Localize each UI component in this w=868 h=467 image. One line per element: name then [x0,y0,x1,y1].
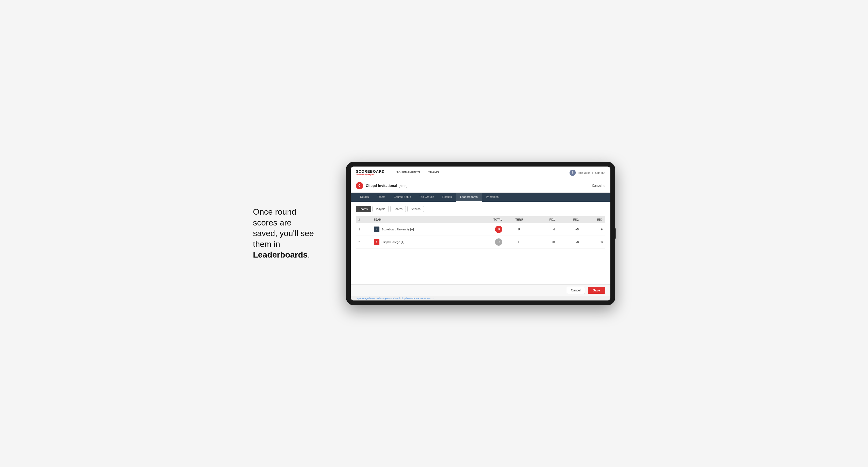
desc-punctuation: . [308,250,310,259]
nav-links: TOURNAMENTS TEAMS [392,166,569,179]
table-header-row: # TEAM TOTAL THRU RD1 RD2 RD3 [356,216,605,223]
toggle-strokes[interactable]: Strokes [407,206,424,212]
tab-printables[interactable]: Printables [482,193,503,202]
nav-right: S Test User | Sign out [569,169,605,176]
nav-teams[interactable]: TEAMS [424,166,443,179]
nav-separator: | [592,171,593,174]
tournament-icon: C [356,182,363,189]
avatar: S [569,169,576,176]
leaderboard-table: # TEAM TOTAL THRU RD1 RD2 RD3 1 [356,216,605,249]
sub-navigation: Details Teams Course Setup Tee Groups Re… [351,193,610,202]
col-rd2: RD2 [557,216,581,223]
table-row: 2 C Clippd College [A] +3 F [356,236,605,249]
team1-score-badge: -5 [495,226,502,233]
team-cell-2: C Clippd College [A] [374,239,471,245]
tab-teams[interactable]: Teams [373,193,390,202]
col-rd1: RD1 [534,216,557,223]
url-text: https://stage-blue-coach.stagesscoreboar… [356,297,434,300]
tablet-screen: SCOREBOARD Powered by clippd TOURNAMENTS… [351,166,610,301]
cancel-button[interactable]: Cancel [567,287,585,294]
footer-bar: Cancel Save [351,284,610,296]
top-navigation: SCOREBOARD Powered by clippd TOURNAMENTS… [351,166,610,179]
toggle-teams[interactable]: Teams [356,206,371,212]
row2-rd2: -8 [557,236,581,249]
tab-results[interactable]: Results [438,193,456,202]
page-wrapper: Once round scores are saved, you'll see … [253,162,615,305]
desc-line2: scores are [253,218,291,227]
row2-thru: F [505,236,534,249]
tournament-header: C Clippd Invitational (Men) Cancel ✕ [351,179,610,193]
team2-name: Clippd College [A] [381,241,404,244]
tournament-cancel-button[interactable]: Cancel ✕ [592,184,605,187]
row2-total: +3 [473,236,505,249]
tab-course-setup[interactable]: Course Setup [390,193,415,202]
tab-details[interactable]: Details [356,193,373,202]
desc-leaderboards: Leaderboards [253,250,308,259]
row1-thru: F [505,223,534,236]
tablet-notch [615,228,616,239]
logo-title: SCOREBOARD [356,169,384,174]
team-cell-1: S Scoreboard University [A] [374,226,471,232]
desc-line4: them in [253,240,280,249]
toggle-players[interactable]: Players [372,206,389,212]
save-button[interactable]: Save [588,287,605,294]
toggle-scores[interactable]: Scores [390,206,406,212]
col-thru: THRU [505,216,534,223]
logo-sub-plain: Powered by [356,174,368,176]
col-rd3: RD3 [581,216,605,223]
table-row: 1 S Scoreboard University [A] -5 F [356,223,605,236]
col-rank: # [356,216,371,223]
row2-rank: 2 [356,236,371,249]
col-team: TEAM [371,216,473,223]
cancel-label: Cancel [592,184,601,187]
left-description: Once round scores are saved, you'll see … [253,207,331,260]
tab-leaderboards[interactable]: Leaderboards [456,193,482,202]
close-icon: ✕ [602,184,605,187]
tournament-gender: (Men) [399,184,407,188]
logo-subtitle: Powered by clippd [356,174,384,176]
row1-rd3: -6 [581,223,605,236]
toggle-button-group: Teams Players Scores Strokes [356,206,605,212]
row1-rd2: +5 [557,223,581,236]
row1-rank: 1 [356,223,371,236]
tablet-device: SCOREBOARD Powered by clippd TOURNAMENTS… [346,162,615,305]
row2-rd1: +8 [534,236,557,249]
url-bar: https://stage-blue-coach.stagesscoreboar… [351,296,610,301]
desc-line3: saved, you'll see [253,228,314,238]
team2-logo: C [374,239,379,245]
tournament-name: Clippd Invitational [366,184,397,188]
team1-name: Scoreboard University [A] [381,228,414,231]
logo-area: SCOREBOARD Powered by clippd [356,169,384,176]
logo-sub-brand: clippd [368,174,374,176]
row1-rd1: -4 [534,223,557,236]
tab-tee-groups[interactable]: Tee Groups [415,193,438,202]
team1-logo: S [374,226,379,232]
sign-out-link[interactable]: Sign out [595,171,605,174]
content-area: Teams Players Scores Strokes # TEAM TOTA… [351,202,610,284]
row1-team-cell: S Scoreboard University [A] [371,223,473,236]
row1-total: -5 [473,223,505,236]
user-name: Test User [578,171,590,174]
col-total: TOTAL [473,216,505,223]
row2-team-cell: C Clippd College [A] [371,236,473,249]
team2-score-badge: +3 [495,239,502,246]
desc-line1: Once round [253,207,296,216]
row2-rd3: +3 [581,236,605,249]
nav-tournaments[interactable]: TOURNAMENTS [392,166,424,179]
